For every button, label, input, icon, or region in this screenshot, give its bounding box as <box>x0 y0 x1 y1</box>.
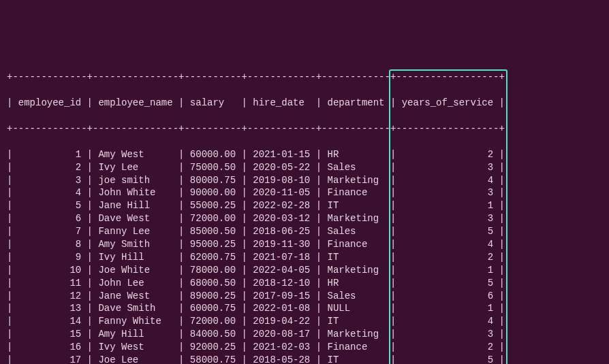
table-row: | 4 | John White | 90000.00 | 2020-11-05… <box>7 186 602 199</box>
table-row: | 1 | Amy West | 60000.00 | 2021-01-15 |… <box>7 148 602 161</box>
table-row: | 15 | Amy Hill | 84000.50 | 2020-08-17 … <box>7 328 602 341</box>
table-row: | 12 | Jane West | 89000.25 | 2017-09-15… <box>7 290 602 303</box>
table-row: | 9 | Ivy Hill | 62000.75 | 2021-07-18 |… <box>7 251 602 264</box>
table-row: | 3 | joe smith | 80000.75 | 2019-08-10 … <box>7 174 602 187</box>
table-row: | 16 | Ivy West | 92000.25 | 2021-02-03 … <box>7 341 602 354</box>
table-row: | 7 | Fanny Lee | 85000.50 | 2018-06-25 … <box>7 225 602 238</box>
table-body: | 1 | Amy West | 60000.00 | 2021-01-15 |… <box>7 148 602 364</box>
table-row: | 10 | Joe White | 78000.00 | 2022-04-05… <box>7 264 602 277</box>
sql-result-output: +-------------+---------------+---------… <box>7 59 602 364</box>
table-row: | 11 | John Lee | 68000.50 | 2018-12-10 … <box>7 277 602 290</box>
table-row: | 5 | Jane Hill | 55000.25 | 2022-02-28 … <box>7 199 602 212</box>
table-row: | 13 | Dave Smith | 60000.75 | 2022-01-0… <box>7 302 602 315</box>
table-row: | 17 | Joe Lee | 58000.75 | 2018-05-28 |… <box>7 354 602 364</box>
table-row: | 6 | Dave West | 72000.00 | 2020-03-12 … <box>7 212 602 225</box>
table-row: | 2 | Ivy Lee | 75000.50 | 2020-05-22 | … <box>7 161 602 174</box>
table-row: | 8 | Amy Smith | 95000.25 | 2019-11-30 … <box>7 238 602 251</box>
table-header-row: | employee_id | employee_name | salary |… <box>7 97 602 110</box>
table-border-mid: +-------------+---------------+---------… <box>7 122 602 135</box>
table-border-top: +-------------+---------------+---------… <box>7 71 602 84</box>
table-row: | 14 | Fanny White | 72000.00 | 2019-04-… <box>7 315 602 328</box>
